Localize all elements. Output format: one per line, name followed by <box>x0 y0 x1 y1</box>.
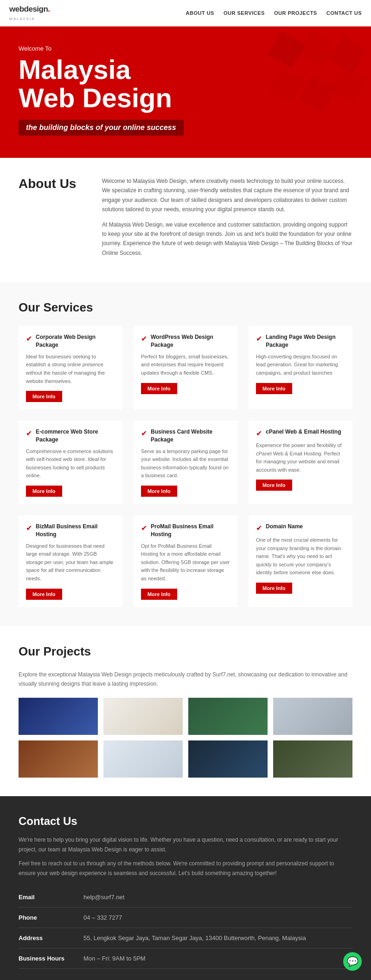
check-icon-2: ✔ <box>256 334 262 343</box>
about-section: About Us Welcome to Malaysia Web Design,… <box>0 158 371 282</box>
contact-row-2: Address 55, Lengkok Segar Jaya, Taman Se… <box>19 928 352 948</box>
navbar: webdesign. malaysia About Us Our Service… <box>0 0 371 26</box>
contact-desc-2: Feel free to reach out to us through any… <box>19 859 352 878</box>
project-thumb-2[interactable] <box>103 698 183 735</box>
check-icon-6: ✔ <box>26 524 32 532</box>
service-desc-7: Opt for ProMail Business Email Hosting f… <box>141 542 230 583</box>
more-info-button-6[interactable]: More Info <box>26 589 62 600</box>
projects-description: Explore the exceptional Malaysia Web Des… <box>19 670 352 689</box>
check-icon-8: ✔ <box>256 524 262 532</box>
nav-services[interactable]: Our Services <box>224 10 265 16</box>
nav-contact[interactable]: Contact Us <box>326 10 362 16</box>
service-desc-6: Designed for businesses that need large … <box>26 542 115 583</box>
service-name-6: BizMail Business Email Hosting <box>36 523 115 539</box>
check-icon-5: ✔ <box>256 429 262 438</box>
service-desc-0: Ideal for businesses seeking to establis… <box>26 353 115 385</box>
about-title: About Us <box>19 176 88 191</box>
project-thumb-8[interactable] <box>273 740 352 778</box>
service-item-8: ✔ Domain Name One of the most crucial el… <box>249 515 352 607</box>
contact-value-0: help@surf7.net <box>83 887 352 908</box>
service-item-6: ✔ BizMail Business Email Hosting Designe… <box>19 515 122 607</box>
about-paragraph-2: At Malaysia Web Design, we value excelle… <box>102 220 352 258</box>
check-icon-7: ✔ <box>141 524 147 532</box>
service-name-8: Domain Name <box>266 523 303 531</box>
service-name-0: Corporate Web Design Package <box>36 333 115 349</box>
more-info-button-2[interactable]: More Info <box>256 383 292 394</box>
service-item-2: ✔ Landing Page Web Design Package High-c… <box>249 326 352 409</box>
contact-label-3: Business Hours <box>19 948 83 968</box>
hero-section: Welcome To MalaysiaWeb Design the buildi… <box>0 26 371 156</box>
service-name-1: WordPress Web Design Package <box>151 333 230 349</box>
projects-grid <box>19 698 352 778</box>
service-desc-4: Serve as a temporary parking page for yo… <box>141 448 230 480</box>
service-desc-2: High-converting designs focused on lead … <box>256 353 345 377</box>
project-thumb-7[interactable] <box>188 740 268 778</box>
nav-links: About Us Our Services Our Projects Conta… <box>186 10 362 16</box>
more-info-button-8[interactable]: More Info <box>256 583 292 594</box>
more-info-button-5[interactable]: More Info <box>256 480 292 491</box>
nav-about[interactable]: About Us <box>186 10 214 16</box>
service-desc-3: Comprehensive e-commerce solutions with … <box>26 448 115 480</box>
check-icon-1: ✔ <box>141 334 147 343</box>
project-thumb-5[interactable] <box>19 740 98 778</box>
contact-label-0: Email <box>19 887 83 908</box>
more-info-button-4[interactable]: More Info <box>141 486 177 497</box>
contact-value-3: Mon – Fri: 9AM to 5PM <box>83 948 352 968</box>
services-section: Our Services ✔ Corporate Web Design Pack… <box>0 282 371 626</box>
service-item-7: ✔ ProMail Business Email Hosting Opt for… <box>134 515 237 607</box>
contact-label-1: Phone <box>19 907 83 928</box>
contact-value-1: 04 – 332 7277 <box>83 907 352 928</box>
project-thumb-4[interactable] <box>273 698 352 735</box>
project-thumb-3[interactable] <box>188 698 268 735</box>
contact-row-1: Phone 04 – 332 7277 <box>19 907 352 928</box>
contact-title: Contact Us <box>19 815 352 828</box>
service-item-1: ✔ WordPress Web Design Package Perfect f… <box>134 326 237 409</box>
check-icon-3: ✔ <box>26 429 32 438</box>
service-item-4: ✔ Business Card Website Package Serve as… <box>134 421 237 504</box>
contact-info-table: Email help@surf7.net Phone 04 – 332 7277… <box>19 887 352 969</box>
projects-section: Our Projects Explore the exceptional Mal… <box>0 626 371 797</box>
contact-label-2: Address <box>19 928 83 948</box>
services-title: Our Services <box>19 300 352 315</box>
more-info-button-3[interactable]: More Info <box>26 486 62 497</box>
service-name-7: ProMail Business Email Hosting <box>151 523 230 539</box>
service-name-2: Landing Page Web Design Package <box>266 333 345 349</box>
project-thumb-1[interactable] <box>19 698 98 735</box>
more-info-button-0[interactable]: More Info <box>26 391 62 402</box>
contact-row-0: Email help@surf7.net <box>19 887 352 908</box>
service-desc-5: Experience the power and flexibility of … <box>256 441 345 474</box>
contact-section: Contact Us We're here to help you bring … <box>0 796 371 980</box>
service-name-3: E-commerce Web Store Package <box>36 428 115 444</box>
more-info-button-7[interactable]: More Info <box>141 589 177 600</box>
services-grid: ✔ Corporate Web Design Package Ideal for… <box>19 326 352 607</box>
service-item-3: ✔ E-commerce Web Store Package Comprehen… <box>19 421 122 504</box>
contact-desc-1: We're here to help you bring your digita… <box>19 835 352 854</box>
service-name-5: cPanel Web & Email Hosting <box>266 428 341 436</box>
project-thumb-6[interactable] <box>103 740 183 778</box>
nav-logo: webdesign. malaysia <box>9 5 50 21</box>
more-info-button-1[interactable]: More Info <box>141 383 177 394</box>
whatsapp-button[interactable]: 💬 <box>343 952 362 971</box>
service-name-4: Business Card Website Package <box>151 428 230 444</box>
check-icon-4: ✔ <box>141 429 147 438</box>
check-icon-0: ✔ <box>26 334 32 343</box>
service-desc-8: One of the most crucial elements for you… <box>256 536 345 577</box>
service-item-0: ✔ Corporate Web Design Package Ideal for… <box>19 326 122 409</box>
service-desc-1: Perfect for bloggers, small businesses, … <box>141 353 230 377</box>
about-content: Welcome to Malaysia Web Design, where cr… <box>102 176 352 263</box>
about-paragraph-1: Welcome to Malaysia Web Design, where cr… <box>102 176 352 214</box>
service-item-5: ✔ cPanel Web & Email Hosting Experience … <box>249 421 352 504</box>
projects-title: Our Projects <box>19 644 352 659</box>
contact-value-2: 55, Lengkok Segar Jaya, Taman Segar Jaya… <box>83 928 352 948</box>
hero-subtitle: the building blocks of your online succe… <box>19 120 184 136</box>
contact-row-3: Business Hours Mon – Fri: 9AM to 5PM <box>19 948 352 968</box>
hero-decoration <box>250 26 371 156</box>
nav-projects[interactable]: Our Projects <box>274 10 317 16</box>
